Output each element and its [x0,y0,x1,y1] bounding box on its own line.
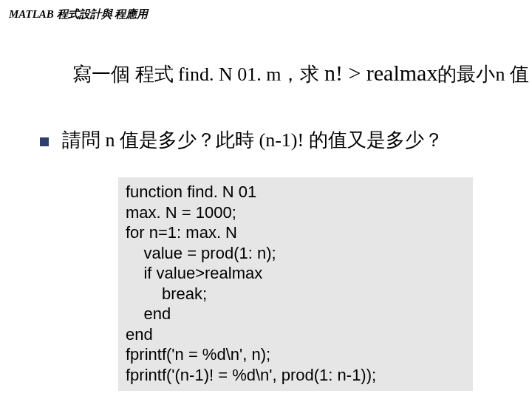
header-title: MATLAB 程式設計與 程應用 [9,7,148,21]
code-line: if value>realmax [126,263,466,284]
line1-c: 的最小n 值 [437,64,529,85]
code-line: fprintf('n = %d\n', n); [126,344,466,365]
code-line: break; [126,284,466,304]
code-line: end [126,324,466,345]
code-block: function find. N 01 max. N = 1000; for n… [118,177,473,391]
problem-line-1: 寫一個 程式 find. N 01. m，求 n! > realmax的最小n … [72,61,502,87]
code-line: value = prod(1: n); [126,243,466,264]
code-line: max. N = 1000; [126,202,466,223]
line1-b: n! > realmax [324,61,438,85]
problem-line-2: 請問 n 值是多少？此時 (n-1)! 的值又是多少？ [62,127,443,153]
code-line: for n=1: max. N [126,222,466,243]
code-line: fprintf('(n-1)! = %d\n', prod(1: n-1)); [126,365,466,386]
code-line: function find. N 01 [126,182,466,202]
square-bullet-icon [40,137,49,146]
bullet-row: 請問 n 值是多少？此時 (n-1)! 的值又是多少？ [40,127,502,153]
line1-a: 寫一個 程式 find. N 01. m，求 [72,64,324,85]
code-line: end [126,304,466,324]
